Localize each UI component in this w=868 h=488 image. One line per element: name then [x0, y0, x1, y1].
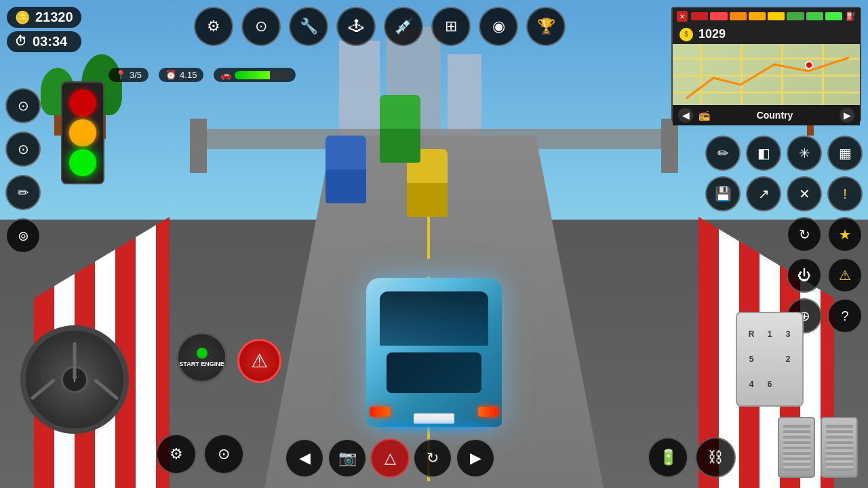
- fuel-seg-2: [710, 12, 727, 20]
- fuel-bar: [691, 12, 842, 20]
- gear-R: R: [744, 323, 759, 345]
- transmission-button[interactable]: ⊞: [431, 7, 471, 46]
- map-coins-row: $ 1029: [673, 24, 860, 44]
- spoke-right: [94, 378, 119, 401]
- chain-button[interactable]: ⛓: [695, 437, 736, 478]
- traffic-light-yellow: [69, 119, 96, 146]
- traffic-light: [61, 81, 104, 184]
- share-button[interactable]: ↗: [746, 176, 781, 211]
- map-marker: [805, 61, 813, 69]
- gear-grid: R 1 3 5 2 4 6: [737, 313, 802, 405]
- nav-prev-button[interactable]: ◀: [678, 108, 693, 123]
- coins-icon: 🪙: [15, 10, 30, 25]
- left-arrow-button[interactable]: ◀: [285, 439, 324, 478]
- fuel-seg-3: [730, 12, 747, 20]
- stats-panel: 🪙 21320 ⏱ 03:34: [7, 7, 81, 56]
- battery-bottom-button[interactable]: 🔋: [648, 437, 688, 478]
- tire-left-button[interactable]: ⊙: [5, 131, 41, 167]
- fuel-seg-8: [825, 12, 842, 20]
- traffic-light-housing: [61, 81, 104, 184]
- timer-stat: ⏱ 03:34: [7, 31, 81, 52]
- right-row-2: 💾 ↗ ✕ !: [705, 176, 863, 211]
- wrench-left-button[interactable]: ✏: [5, 175, 41, 210]
- route-svg: [673, 44, 860, 105]
- nav-next-button[interactable]: ▶: [840, 108, 854, 123]
- gear-3: 3: [781, 323, 795, 345]
- map-close-button[interactable]: ✕: [677, 11, 688, 22]
- hud-bar: 📍 3/5 ⏰ 4.15 🚗: [108, 68, 231, 82]
- npc-car-green: [380, 95, 420, 163]
- map-area: [673, 44, 860, 105]
- gear-divider: [762, 348, 777, 370]
- warning-button[interactable]: ⚠: [237, 339, 281, 383]
- time-icon: ⏰: [165, 70, 176, 80]
- right-arrow-button[interactable]: ▶: [456, 439, 495, 478]
- alert-button[interactable]: !: [827, 176, 863, 211]
- brake-surface: [783, 424, 810, 471]
- reload-button[interactable]: ↻: [787, 217, 822, 252]
- mini-map-panel: ✕ ⛽ $ 1029 ◀ 📻 Coun: [671, 7, 861, 122]
- spoke-left: [31, 378, 56, 401]
- gas-surface: [826, 424, 853, 471]
- spoke-top: [73, 342, 77, 380]
- traffic-light-green: [69, 149, 96, 176]
- indicator-button[interactable]: ↻: [413, 439, 452, 478]
- fuel-seg-1: [691, 12, 708, 20]
- coins-value: 21320: [35, 9, 73, 25]
- right-row-4: ⏻ ⚠: [705, 258, 863, 293]
- syringe-button[interactable]: 💉: [384, 7, 423, 46]
- time-hud: ⏰ 4.15: [159, 68, 203, 82]
- brake-pedal[interactable]: [778, 417, 815, 478]
- settings-button[interactable]: ⚙: [194, 7, 233, 46]
- wheel-button[interactable]: ◉: [479, 7, 518, 46]
- fuel-seg-7: [806, 12, 823, 20]
- gear-6: 6: [762, 373, 777, 395]
- wrench-button[interactable]: 🔧: [289, 7, 328, 46]
- nav-buttons-row: ◀ 📷 △ ↻ ▶: [285, 439, 495, 478]
- start-engine-button[interactable]: START ENGINE: [176, 332, 227, 383]
- brake-disc-button[interactable]: ⊙: [203, 434, 244, 474]
- timer-icon: ⏱: [15, 35, 27, 49]
- camera-button[interactable]: 📷: [328, 439, 367, 478]
- engine-gear-button[interactable]: ⚙: [156, 434, 197, 474]
- gear-4: 4: [744, 373, 759, 395]
- pedals: [778, 417, 858, 478]
- mirror-button[interactable]: ◧: [746, 136, 781, 171]
- warning-right-button[interactable]: ⚠: [827, 258, 863, 293]
- eraser-button[interactable]: ✏: [705, 136, 741, 171]
- save-button[interactable]: 💾: [705, 176, 741, 211]
- npc-car-blue: [326, 136, 366, 203]
- help-button[interactable]: ?: [827, 298, 863, 333]
- steering-circle: T: [20, 325, 129, 434]
- warning-icon: ⚠: [251, 350, 268, 372]
- star-button[interactable]: ★: [827, 217, 863, 252]
- checkpoint-icon: 📍: [115, 70, 126, 80]
- traffic-light-red: [69, 89, 96, 117]
- power-button[interactable]: ⏻: [787, 258, 822, 293]
- engine-status-light: [197, 348, 208, 359]
- close-button[interactable]: ✕: [787, 176, 822, 211]
- overpass-pillar-right: [661, 119, 678, 173]
- fuel-seg-6: [787, 12, 804, 20]
- gas-pedal[interactable]: [821, 417, 858, 478]
- health-bar: [235, 71, 289, 79]
- gear-1: 1: [762, 323, 777, 345]
- gear-shifter[interactable]: R 1 3 5 2 4 6: [736, 312, 804, 407]
- tire-button[interactable]: ⊙: [241, 7, 281, 46]
- right-panel: ✏ ◧ ✳ ▦ 💾 ↗ ✕ ! ↻ ★ ⏻ ⚠ ⊕ ?: [705, 136, 863, 333]
- hazard-button[interactable]: △: [370, 439, 410, 478]
- fan-button[interactable]: ✳: [787, 136, 822, 171]
- engine-left-button[interactable]: ⊚: [5, 218, 41, 253]
- speedometer-button[interactable]: ⊙: [5, 88, 41, 123]
- map-coins-value: 1029: [698, 27, 726, 41]
- trophy-button[interactable]: 🏆: [526, 7, 566, 46]
- right-row-1: ✏ ◧ ✳ ▦: [705, 136, 863, 171]
- steering-wheel[interactable]: T: [20, 325, 129, 434]
- health-fill: [235, 71, 270, 79]
- battery-button[interactable]: ▦: [827, 136, 863, 171]
- joystick-button[interactable]: 🕹: [336, 7, 376, 46]
- overpass-pillar-left: [190, 119, 207, 173]
- coins-stat: 🪙 21320: [7, 7, 81, 28]
- fuel-seg-4: [749, 12, 766, 20]
- start-engine-label: START ENGINE: [179, 361, 224, 368]
